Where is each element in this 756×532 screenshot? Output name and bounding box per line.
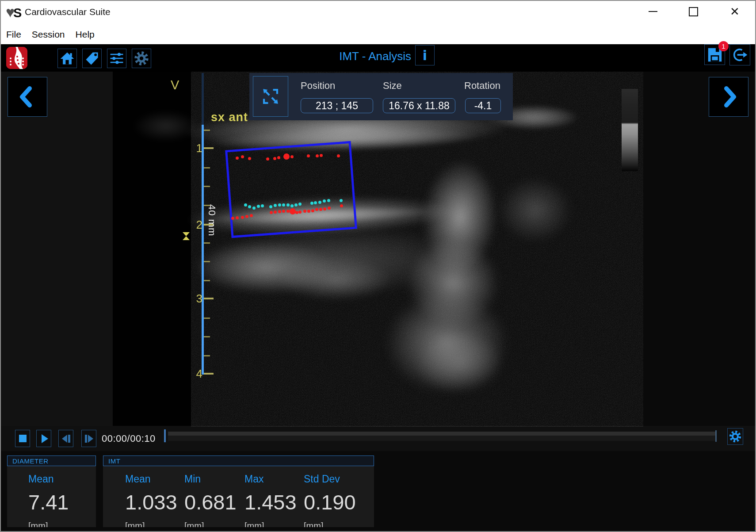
play-icon — [42, 434, 48, 443]
app-logo-icon — [6, 47, 27, 69]
title-bar: ♥ S Cardiovascular Suite ✕ — [0, 0, 756, 24]
imt-panel: Mean 1.033 [mm] Min 0.681 [mm] Max 1.453… — [103, 466, 374, 527]
left-panel — [1, 67, 113, 450]
settings-button[interactable] — [132, 49, 151, 68]
close-button[interactable]: ✕ — [721, 0, 749, 23]
ruler-major-tick — [204, 298, 214, 299]
ruler-number: 4 — [189, 367, 202, 381]
caliper-marker-icon — [183, 232, 190, 240]
timeline-slider-handle[interactable] — [164, 429, 166, 442]
boundary-dot — [290, 155, 294, 158]
menu-help[interactable]: Help — [76, 29, 95, 40]
exit-button[interactable] — [729, 44, 750, 65]
boundary-dot — [282, 203, 285, 207]
home-icon — [59, 50, 75, 66]
page-title: IMT - Analysis — [309, 50, 411, 63]
ruler-minor-tick — [204, 261, 210, 262]
minimize-button[interactable] — [639, 0, 667, 23]
expand-roi-button[interactable] — [253, 76, 288, 117]
ruler-number: 2 — [189, 218, 202, 232]
size-value[interactable]: 16.76 x 11.88 — [383, 98, 455, 113]
boundary-dot — [307, 210, 310, 213]
boundary-dot — [273, 157, 276, 160]
info-icon: i — [423, 48, 427, 63]
tag-button[interactable] — [82, 49, 102, 68]
play-button[interactable] — [36, 430, 51, 447]
stat-unit: [mm] — [28, 521, 69, 527]
boundary-dot — [257, 205, 260, 208]
stop-button[interactable] — [15, 430, 30, 447]
imt-max-column: Max 1.453 [mm] — [244, 473, 297, 527]
maximize-button[interactable] — [679, 0, 707, 23]
stat-value: 1.453 — [244, 490, 297, 514]
imt-panel-header: IMT — [103, 455, 374, 466]
tag-icon — [84, 50, 100, 66]
notification-badge: 1 — [718, 41, 729, 51]
gear-icon — [133, 50, 150, 67]
ruler-major-tick — [204, 373, 214, 375]
window-title: Cardiovascular Suite — [25, 7, 111, 17]
adjustments-button[interactable] — [107, 49, 126, 68]
chevron-left-icon — [14, 84, 41, 110]
menu-bar: File Session Help — [0, 24, 756, 44]
position-value[interactable]: 213 ; 145 — [301, 98, 373, 113]
boundary-dot — [340, 199, 343, 202]
ruler-number: 3 — [189, 292, 202, 306]
boundary-dot — [270, 211, 273, 214]
ruler-minor-tick — [204, 336, 210, 337]
ruler-major-tick — [204, 147, 214, 149]
stat-value: 0.681 — [184, 490, 237, 514]
boundary-dot — [323, 199, 326, 203]
step-backward-button[interactable] — [58, 430, 73, 447]
stat-label: Std Dev — [304, 473, 356, 485]
ruler-minor-tick — [204, 355, 210, 356]
step-forward-icon — [85, 435, 93, 443]
boundary-dot — [315, 208, 318, 211]
home-button[interactable] — [57, 49, 77, 68]
boundary-dot — [298, 211, 302, 214]
boundary-dot — [318, 201, 321, 204]
next-image-button[interactable] — [709, 77, 748, 117]
imt-stddev-column: Std Dev 0.190 [mm] — [304, 473, 356, 527]
rotation-label: Rotation — [464, 80, 500, 92]
boundary-dot — [316, 154, 319, 157]
info-button[interactable]: i — [415, 45, 435, 65]
ruler-minor-tick — [204, 186, 210, 187]
boundary-dot — [250, 214, 253, 217]
timeline-slider-track[interactable] — [168, 432, 716, 441]
stat-label: Max — [244, 473, 297, 485]
ruler-segment — [202, 73, 204, 125]
ultrasound-speckle-noise — [191, 69, 643, 427]
stat-value: 7.41 — [28, 490, 69, 514]
video-settings-button[interactable] — [727, 428, 743, 445]
roi-info-panel: Position 213 ; 145 Size 16.76 x 11.88 Ro… — [249, 73, 513, 120]
boundary-dot — [337, 154, 340, 157]
expand-icon — [258, 84, 283, 109]
previous-image-button[interactable] — [8, 77, 47, 117]
menu-session[interactable]: Session — [32, 29, 65, 40]
stat-unit: [mm] — [304, 521, 356, 527]
diameter-panel: Mean 7.41 [mm] — [7, 466, 96, 527]
toolbar: IMT - Analysis i 1 — [0, 44, 756, 72]
heart-logo-icon: ♥ S — [6, 5, 25, 20]
boundary-dot — [340, 204, 343, 207]
step-forward-button[interactable] — [81, 430, 96, 447]
grayscale-colormap-bar — [622, 89, 638, 171]
boundary-dot — [266, 157, 269, 161]
timeline-slider-end — [715, 430, 717, 442]
boundary-dot — [290, 208, 296, 214]
menu-file[interactable]: File — [6, 29, 21, 40]
step-backward-icon — [62, 435, 70, 443]
stat-unit: [mm] — [125, 521, 177, 527]
video-settings-gear-icon — [728, 429, 742, 444]
stat-label: Mean — [28, 473, 69, 485]
orientation-marker: V — [171, 78, 179, 92]
boundary-dot — [314, 201, 317, 204]
ruler-minor-tick — [204, 242, 210, 244]
boundary-dot — [320, 154, 323, 157]
rotation-value[interactable]: -4.1 — [465, 98, 501, 113]
boundary-dot — [248, 205, 251, 208]
annotation-label: sx ant — [211, 111, 248, 124]
stop-icon — [19, 435, 27, 442]
depth-label: 40 mm — [206, 204, 218, 236]
